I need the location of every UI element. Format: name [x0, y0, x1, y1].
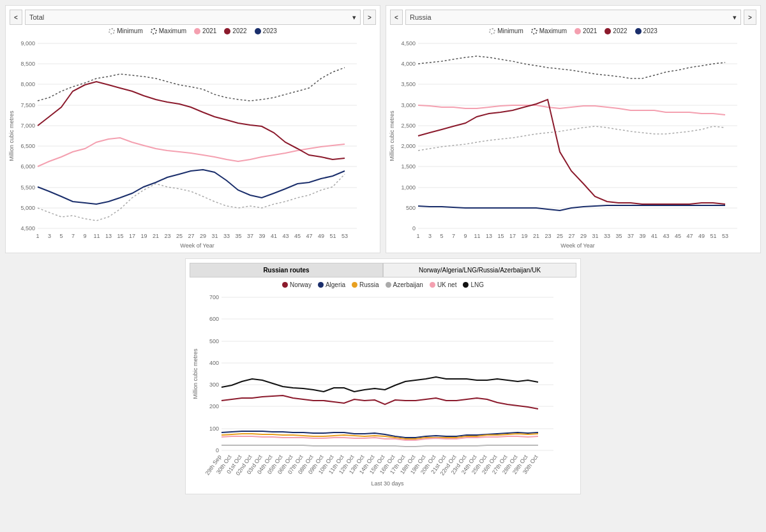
norway-label: Norway: [290, 281, 312, 288]
left-next-button[interactable]: >: [363, 10, 376, 25]
svg-text:3,000: 3,000: [401, 102, 416, 108]
svg-text:41: 41: [651, 233, 657, 239]
bottom-panel: Russian routes Norway/Algeria/LNG/Russia…: [185, 258, 581, 494]
right-panel-title: Russia: [410, 13, 432, 21]
svg-text:25: 25: [176, 233, 183, 239]
svg-text:51: 51: [329, 233, 336, 239]
svg-text:9: 9: [83, 233, 86, 239]
svg-text:5: 5: [59, 233, 63, 239]
svg-text:4,500: 4,500: [20, 225, 35, 232]
uknet-label: UK net: [437, 281, 457, 288]
right-panel-header: < Russia ▾ >: [390, 10, 756, 25]
svg-text:500: 500: [209, 338, 219, 344]
svg-text:500: 500: [406, 205, 416, 211]
svg-text:1: 1: [36, 233, 39, 239]
russia-label: Russia: [359, 281, 379, 288]
right-dropdown-icon: ▾: [733, 13, 737, 22]
tab-norway-algeria[interactable]: Norway/Algeria/LNG/Russia/Azerbaijan/UK: [383, 263, 576, 277]
svg-text:49: 49: [318, 233, 324, 239]
left-title-box: Total ▾: [25, 10, 361, 25]
svg-text:31: 31: [592, 233, 598, 239]
left-prev-button[interactable]: <: [10, 10, 22, 25]
right-legend: Minimum Maximum 2021 2022 2023: [390, 27, 756, 34]
maximum-icon: [151, 28, 157, 34]
svg-text:3,500: 3,500: [401, 81, 416, 87]
r-legend-2022: 2022: [605, 27, 627, 34]
algeria-icon: [318, 282, 324, 288]
svg-text:31: 31: [211, 233, 218, 239]
svg-text:Million cubic metres: Million cubic metres: [389, 110, 395, 161]
svg-text:2,000: 2,000: [401, 143, 416, 149]
svg-text:35: 35: [235, 233, 241, 239]
right-chart-panel: < Russia ▾ > Minimum Maximum 202: [386, 5, 761, 253]
svg-text:13: 13: [486, 233, 492, 239]
svg-text:47: 47: [686, 233, 693, 239]
svg-text:23: 23: [544, 233, 551, 239]
bottom-legend: Norway Algeria Russia Azerbaijan UK net: [190, 281, 576, 288]
svg-text:2,500: 2,500: [401, 122, 416, 129]
left-chart-area: 9,000 8,500 8,000 7,500 7,000 6,500 6,00…: [10, 37, 376, 249]
svg-text:7,000: 7,000: [20, 122, 35, 129]
svg-text:600: 600: [209, 316, 219, 322]
bottom-chart-svg: 700 600 500 400 300 200 100: [190, 291, 576, 489]
svg-text:700: 700: [209, 294, 219, 300]
left-chart-panel: < Total ▾ > Minimum Maximum 2021: [5, 5, 380, 253]
svg-text:5,500: 5,500: [20, 184, 35, 191]
right-prev-button[interactable]: <: [390, 10, 403, 25]
2021-icon: [194, 28, 200, 34]
svg-text:4,000: 4,000: [401, 61, 416, 67]
svg-text:5,000: 5,000: [20, 205, 35, 211]
r-2021-label: 2021: [583, 27, 597, 34]
b-legend-lng: LNG: [463, 281, 484, 288]
svg-text:29: 29: [200, 233, 206, 239]
r-minimum-icon: [489, 28, 495, 34]
left-panel-title: Total: [29, 13, 44, 21]
svg-text:200: 200: [209, 403, 219, 410]
top-row: < Total ▾ > Minimum Maximum 2021: [5, 5, 761, 253]
svg-text:43: 43: [282, 233, 289, 239]
b-legend-uknet: UK net: [430, 281, 457, 288]
svg-text:45: 45: [294, 233, 301, 239]
r-2021-icon: [574, 28, 581, 34]
svg-text:41: 41: [271, 233, 277, 239]
r-legend-minimum: Minimum: [489, 27, 523, 34]
2022-label: 2022: [232, 27, 246, 34]
svg-text:33: 33: [604, 233, 610, 239]
b-legend-norway: Norway: [282, 281, 312, 288]
svg-text:1: 1: [416, 233, 419, 239]
svg-text:39: 39: [639, 233, 645, 239]
svg-text:15: 15: [497, 233, 504, 239]
svg-text:47: 47: [306, 233, 312, 239]
legend-2022: 2022: [224, 27, 246, 34]
uknet-icon: [430, 282, 435, 288]
left-panel-header: < Total ▾ >: [10, 10, 376, 25]
svg-text:49: 49: [698, 233, 705, 239]
svg-text:Week of Year: Week of Year: [180, 242, 214, 249]
norway-icon: [282, 282, 288, 288]
svg-text:15: 15: [117, 233, 123, 239]
svg-text:400: 400: [209, 360, 219, 366]
svg-text:23: 23: [164, 233, 170, 239]
r-legend-2021: 2021: [574, 27, 597, 34]
svg-text:8,500: 8,500: [20, 61, 35, 67]
svg-text:5: 5: [440, 233, 443, 239]
svg-text:4,500: 4,500: [401, 40, 416, 47]
svg-text:29: 29: [580, 233, 587, 239]
right-next-button[interactable]: >: [744, 10, 756, 25]
tab-russian-routes[interactable]: Russian routes: [190, 263, 383, 277]
right-chart-svg: 4,500 4,000 3,500 3,000 2,500 2,000 1,50…: [390, 37, 754, 248]
svg-text:9: 9: [463, 233, 467, 239]
svg-text:7: 7: [71, 233, 75, 239]
svg-text:53: 53: [722, 233, 728, 239]
russia-icon: [352, 282, 357, 288]
2021-label: 2021: [202, 27, 216, 34]
svg-text:8,000: 8,000: [20, 81, 35, 87]
legend-minimum: Minimum: [109, 27, 143, 34]
left-dropdown-icon: ▾: [352, 13, 356, 22]
svg-text:53: 53: [342, 233, 348, 239]
svg-text:Million cubic metres: Million cubic metres: [8, 110, 15, 161]
lng-icon: [463, 282, 469, 288]
svg-text:19: 19: [140, 233, 147, 239]
svg-text:37: 37: [247, 233, 253, 239]
svg-text:45: 45: [675, 233, 681, 239]
